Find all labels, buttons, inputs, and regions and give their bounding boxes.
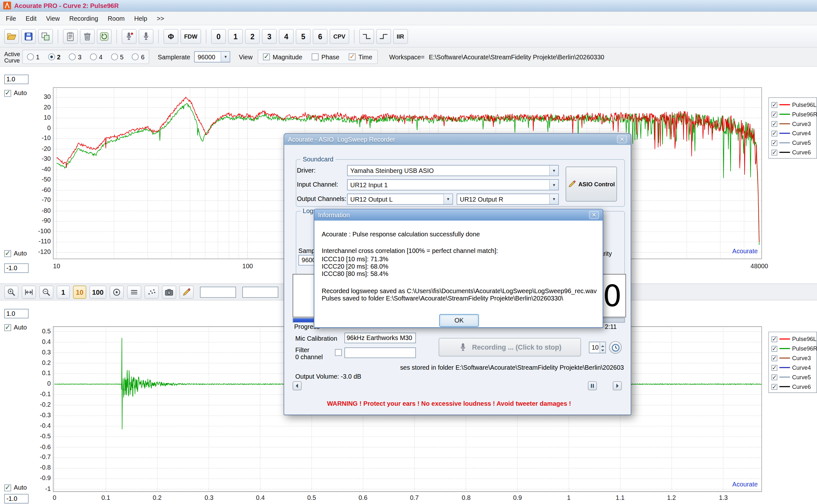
trash-button[interactable]: [80, 29, 94, 43]
legend-checkbox[interactable]: [771, 365, 777, 370]
target-button[interactable]: [109, 285, 124, 298]
filter-input[interactable]: [344, 347, 416, 358]
legend-checkbox[interactable]: [771, 149, 777, 155]
curve-number-3-button[interactable]: 3: [262, 29, 277, 43]
chevron-down-icon: ▼: [549, 166, 558, 176]
clipboard-button[interactable]: [63, 29, 78, 43]
menu-room[interactable]: Room: [103, 12, 130, 25]
view-time-checkbox[interactable]: Time: [349, 53, 372, 61]
spinner-arrows[interactable]: [600, 342, 605, 353]
shelf-down-button[interactable]: [359, 29, 374, 43]
zoom-in-button[interactable]: [4, 285, 19, 298]
output-right-select[interactable]: UR12 Output R▼: [457, 194, 559, 205]
cursor-field-1[interactable]: [200, 286, 236, 298]
play-button[interactable]: [613, 381, 622, 390]
shelf-up-button[interactable]: [376, 29, 390, 43]
close-icon[interactable]: ✕: [589, 211, 599, 219]
lines-button[interactable]: [127, 285, 141, 298]
driver-select[interactable]: Yamaha Steinberg USB ASIO▼: [347, 165, 559, 176]
legend-checkbox[interactable]: [771, 346, 777, 352]
top-auto-lower-checkbox[interactable]: Auto: [4, 250, 27, 257]
active-curve-radio-6[interactable]: 6: [132, 53, 145, 61]
pause-icon: [589, 382, 596, 389]
curve-number-4-button[interactable]: 4: [279, 29, 293, 43]
bottom-scale-max-input[interactable]: [4, 309, 28, 318]
top-scale-min-input[interactable]: [4, 263, 28, 273]
zoom-step-1-button[interactable]: 1: [56, 285, 70, 298]
phi-button[interactable]: Φ: [163, 29, 178, 43]
save-button[interactable]: [21, 29, 36, 43]
curve-number-1-button[interactable]: 1: [228, 29, 243, 43]
radio-icon: [48, 53, 55, 60]
curve-number-5-button[interactable]: 5: [296, 29, 310, 43]
samplerate-select[interactable]: 96000 ▼: [194, 51, 230, 63]
menu-help[interactable]: Help: [129, 12, 152, 25]
legend-color-line: [779, 114, 790, 115]
bottom-auto-upper-checkbox[interactable]: Auto: [4, 324, 27, 331]
fit-width-button[interactable]: [22, 285, 36, 298]
logsweep-mic-button[interactable]: [122, 29, 136, 43]
window-titlebar[interactable]: Acourate PRO - Curve 2: Pulse96R: [0, 0, 817, 11]
ok-button[interactable]: OK: [439, 314, 479, 327]
top-auto-upper-checkbox[interactable]: Auto: [4, 89, 27, 97]
legend-checkbox[interactable]: [771, 130, 777, 136]
top-scale-max-input[interactable]: [4, 75, 28, 84]
zoom-step-100-button[interactable]: 100: [89, 285, 106, 298]
view-options-group: MagnitudePhaseTime: [258, 50, 377, 64]
menu-edit[interactable]: Edit: [21, 12, 41, 25]
view-magnitude-checkbox[interactable]: Magnitude: [263, 53, 302, 61]
curve-number-6-button[interactable]: 6: [313, 29, 327, 43]
iir-button[interactable]: IIR: [393, 29, 408, 43]
view-phase-checkbox[interactable]: Phase: [312, 53, 339, 61]
bottom-auto-lower-checkbox[interactable]: Auto: [4, 484, 27, 491]
scroll-left-button[interactable]: [293, 381, 301, 390]
cpv-button[interactable]: CPV: [330, 29, 349, 43]
legend-checkbox[interactable]: [771, 102, 777, 107]
menu-more[interactable]: >>: [152, 12, 169, 25]
input-channel-select[interactable]: UR12 Input 1▼: [347, 179, 559, 190]
legend-checkbox[interactable]: [771, 384, 777, 389]
legend-label: Pulse96L: [792, 336, 816, 342]
scatter-button[interactable]: [144, 285, 159, 298]
close-icon[interactable]: ✕: [617, 135, 627, 143]
active-curve-radio-3[interactable]: 3: [69, 53, 81, 61]
active-curve-radio-2[interactable]: 2: [48, 53, 60, 61]
mic-calibration-input[interactable]: [344, 333, 416, 343]
fdw-button[interactable]: FDW: [180, 29, 201, 43]
asio-control-button[interactable]: ASIO Control: [566, 167, 617, 201]
active-curve-radio-1[interactable]: 1: [27, 53, 40, 61]
bottom-scale-min-input[interactable]: [4, 494, 28, 504]
legend-checkbox[interactable]: [771, 140, 777, 146]
y-tick-label: -0.6: [27, 443, 51, 450]
active-curve-radio-5[interactable]: 5: [111, 53, 123, 61]
information-titlebar[interactable]: Information ✕: [314, 210, 603, 221]
pencil-button[interactable]: [179, 285, 194, 298]
repeat-count-spinner[interactable]: 10: [589, 342, 606, 353]
open-folder-button[interactable]: [4, 29, 19, 43]
zoom-out-button[interactable]: [39, 285, 54, 298]
mic-button[interactable]: [138, 29, 153, 43]
camera-button[interactable]: [162, 285, 176, 298]
legend-checkbox[interactable]: [771, 355, 777, 361]
output-left-select[interactable]: UR12 Output L▼: [347, 194, 453, 205]
timer-button[interactable]: [609, 341, 622, 354]
recorder-titlebar[interactable]: Acourate - ASIO LogSweep Recorder ✕: [284, 134, 631, 145]
legend-checkbox[interactable]: [771, 121, 777, 127]
reload-button[interactable]: [97, 29, 111, 43]
curve-manager-button[interactable]: [38, 29, 53, 43]
filter-checkbox[interactable]: [335, 349, 342, 356]
menu-recording[interactable]: Recording: [64, 12, 103, 25]
curve-number-0-button[interactable]: 0: [211, 29, 226, 43]
pause-button[interactable]: [588, 381, 597, 390]
legend-checkbox[interactable]: [771, 374, 777, 380]
menu-view[interactable]: View: [41, 12, 64, 25]
save-icon: [24, 32, 33, 41]
legend-checkbox[interactable]: [771, 111, 777, 117]
recording-button[interactable]: Recording ... (Click to stop): [439, 338, 581, 356]
legend-checkbox[interactable]: [771, 336, 777, 342]
active-curve-radio-4[interactable]: 4: [90, 53, 102, 61]
menu-file[interactable]: File: [1, 12, 21, 25]
cursor-field-2[interactable]: [242, 286, 278, 298]
zoom-step-10-button[interactable]: 10: [73, 285, 86, 298]
curve-number-2-button[interactable]: 2: [245, 29, 260, 43]
